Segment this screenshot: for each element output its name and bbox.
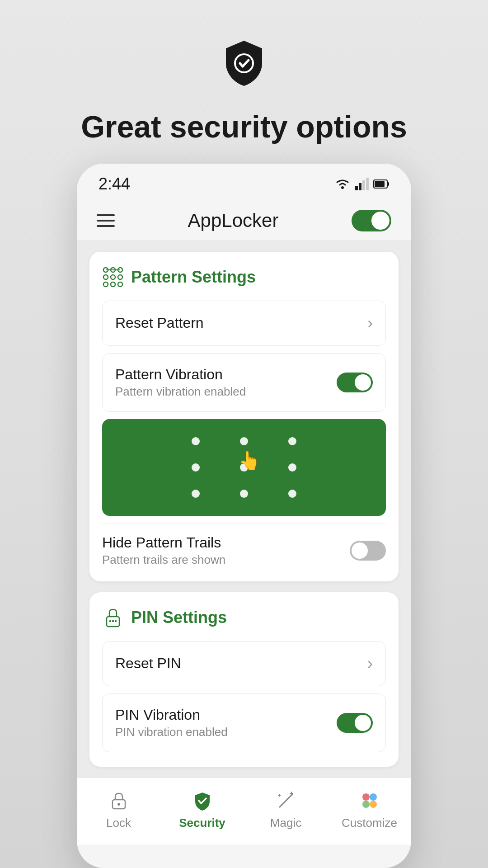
hide-trails-toggle[interactable]: [350, 541, 386, 561]
status-time: 2:44: [99, 175, 130, 193]
pattern-dot-8: [240, 490, 248, 498]
svg-point-33: [370, 793, 377, 801]
reset-pin-chevron-icon: ›: [367, 654, 373, 673]
svg-rect-21: [109, 620, 111, 622]
svg-rect-4: [362, 180, 365, 190]
svg-point-15: [103, 282, 108, 287]
page-title: Great security options: [81, 108, 407, 146]
pin-settings-title: PIN Settings: [131, 608, 227, 627]
pattern-vibration-row: Pattern Vibration Pattern vibration enab…: [102, 353, 386, 412]
svg-point-16: [111, 282, 115, 287]
pattern-dot-4: [192, 463, 200, 472]
pattern-settings-icon: [102, 266, 124, 288]
svg-point-13: [111, 275, 115, 279]
app-bar-title: AppLocker: [188, 210, 279, 231]
wifi-icon: [334, 178, 351, 190]
reset-pattern-label: Reset Pattern: [115, 315, 204, 331]
menu-icon[interactable]: [97, 214, 115, 227]
pattern-settings-card: Pattern Settings Reset Pattern › Pattern…: [89, 252, 399, 581]
svg-rect-5: [366, 178, 369, 190]
pattern-dot-7: [192, 490, 200, 498]
pattern-vibration-label: Pattern Vibration: [115, 366, 246, 383]
svg-point-12: [103, 275, 108, 279]
pattern-vibration-text: Pattern Vibration Pattern vibration enab…: [115, 366, 246, 399]
svg-point-25: [117, 803, 120, 806]
nav-security-label: Security: [179, 816, 225, 830]
nav-lock-label: Lock: [106, 816, 131, 830]
bottom-nav: Lock Security: [77, 778, 411, 844]
status-bar: 2:44: [77, 164, 411, 201]
svg-rect-3: [359, 183, 361, 190]
svg-point-14: [118, 275, 122, 279]
shield-check-icon: [217, 36, 271, 90]
top-section: Great security options: [81, 0, 407, 146]
pattern-dot-1: [192, 437, 200, 445]
app-bar: AppLocker: [77, 201, 411, 241]
hide-trails-sublabel: Pattern trails are shown: [102, 553, 225, 567]
nav-item-magic[interactable]: Magic: [254, 789, 318, 830]
svg-rect-22: [112, 620, 114, 622]
pin-vibration-sublabel: PIN vibration enabled: [115, 725, 228, 739]
reset-pin-label: Reset PIN: [115, 655, 181, 672]
svg-point-32: [362, 793, 370, 801]
pin-vibration-toggle[interactable]: [337, 713, 373, 733]
nav-customize-label: Customize: [342, 816, 397, 830]
main-toggle[interactable]: [352, 210, 391, 231]
reset-pattern-chevron-icon: ›: [367, 314, 373, 333]
pattern-settings-header: Pattern Settings: [102, 266, 386, 288]
svg-rect-2: [355, 186, 358, 190]
svg-rect-23: [115, 620, 117, 622]
pattern-grid-container[interactable]: 👆: [102, 419, 386, 516]
svg-rect-8: [375, 181, 385, 187]
pin-vibration-row: PIN Vibration PIN vibration enabled: [102, 693, 386, 752]
pattern-settings-title: Pattern Settings: [131, 268, 256, 287]
pattern-dot-6: [288, 463, 296, 472]
nav-item-security[interactable]: Security: [171, 789, 234, 830]
pin-settings-icon: [102, 607, 124, 628]
signal-icon: [355, 178, 369, 190]
pattern-vibration-sublabel: Pattern vibration enabled: [115, 385, 246, 399]
pin-settings-card: PIN Settings Reset PIN › PIN Vibration P…: [89, 592, 399, 767]
nav-magic-label: Magic: [270, 816, 301, 830]
customize-nav-icon: [358, 789, 381, 812]
svg-rect-7: [387, 182, 389, 186]
battery-icon: [373, 179, 389, 189]
security-nav-icon: [191, 789, 214, 812]
phone-mockup: 2:44: [77, 164, 411, 868]
lock-nav-icon: [107, 789, 131, 812]
pattern-dot-9: [288, 490, 296, 498]
scroll-content: Pattern Settings Reset Pattern › Pattern…: [77, 241, 411, 778]
reset-pin-row[interactable]: Reset PIN ›: [102, 641, 386, 686]
hide-trails-text: Hide Pattern Trails Pattern trails are s…: [102, 534, 225, 567]
pin-vibration-label: PIN Vibration: [115, 707, 228, 723]
pin-settings-header: PIN Settings: [102, 607, 386, 628]
hide-trails-label: Hide Pattern Trails: [102, 534, 225, 551]
svg-point-35: [370, 801, 377, 808]
reset-pattern-row[interactable]: Reset Pattern ›: [102, 301, 386, 346]
svg-point-34: [362, 801, 370, 808]
nav-item-lock[interactable]: Lock: [87, 789, 150, 830]
cursor-hand-icon: 👆: [238, 450, 261, 471]
svg-point-17: [118, 282, 122, 287]
pattern-dot-2: [240, 437, 248, 445]
pattern-dot-3: [288, 437, 296, 445]
nav-item-customize[interactable]: Customize: [338, 789, 401, 830]
pattern-vibration-toggle[interactable]: [337, 373, 373, 392]
pin-vibration-text: PIN Vibration PIN vibration enabled: [115, 707, 228, 739]
hide-trails-row: Hide Pattern Trails Pattern trails are s…: [102, 523, 386, 567]
svg-point-1: [341, 186, 344, 189]
magic-nav-icon: [274, 789, 298, 812]
status-icons: [334, 178, 389, 190]
